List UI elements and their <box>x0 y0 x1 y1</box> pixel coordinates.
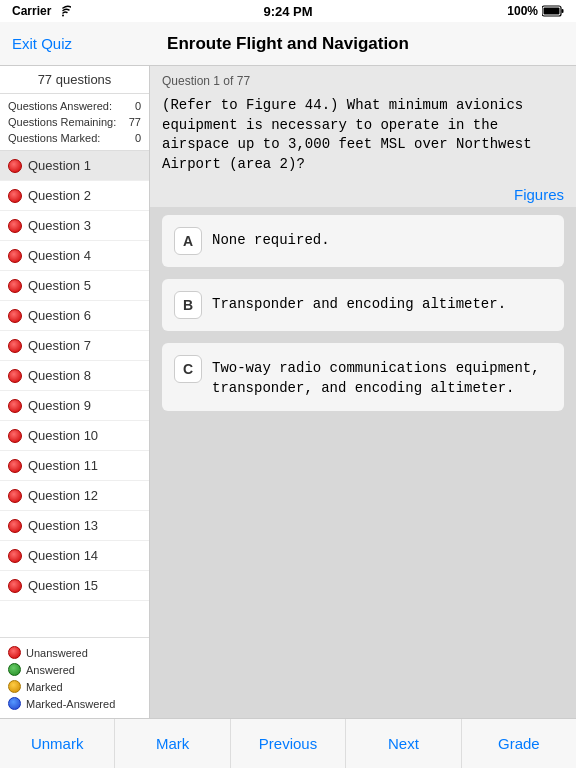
sidebar-questions-list: Question 1Question 2Question 3Question 4… <box>0 151 149 637</box>
legend-dot <box>8 697 21 710</box>
sidebar-stat-row: Questions Remaining:77 <box>8 114 141 130</box>
question-item-label: Question 15 <box>28 578 98 593</box>
question-status-indicator <box>8 399 22 413</box>
question-item-label: Question 1 <box>28 158 91 173</box>
page-title: Enroute Flight and Navigation <box>167 34 409 54</box>
next-button[interactable]: Next <box>346 719 461 768</box>
status-bar: Carrier 9:24 PM 100% <box>0 0 576 22</box>
question-status-indicator <box>8 459 22 473</box>
question-item-label: Question 10 <box>28 428 98 443</box>
sidebar-stat-row: Questions Marked:0 <box>8 130 141 146</box>
status-time: 9:24 PM <box>263 4 312 19</box>
sidebar-legend: UnansweredAnsweredMarkedMarked-Answered <box>0 637 149 718</box>
legend-label: Answered <box>26 664 75 676</box>
answer-option[interactable]: ANone required. <box>162 215 564 267</box>
figures-link[interactable]: Figures <box>150 182 576 207</box>
bottom-toolbar: UnmarkMarkPreviousNextGrade <box>0 718 576 768</box>
question-status-indicator <box>8 519 22 533</box>
question-status-indicator <box>8 339 22 353</box>
question-status-indicator <box>8 249 22 263</box>
sidebar-question-item[interactable]: Question 3 <box>0 211 149 241</box>
legend-dot <box>8 646 21 659</box>
carrier-label: Carrier <box>12 4 51 18</box>
question-item-label: Question 3 <box>28 218 91 233</box>
question-item-label: Question 5 <box>28 278 91 293</box>
answers-area: ANone required.BTransponder and encoding… <box>150 207 576 718</box>
legend-dot <box>8 680 21 693</box>
sidebar-question-item[interactable]: Question 15 <box>0 571 149 601</box>
legend-item: Answered <box>8 661 141 678</box>
question-status-indicator <box>8 219 22 233</box>
question-status-indicator <box>8 579 22 593</box>
mark-button[interactable]: Mark <box>115 719 230 768</box>
sidebar-question-item[interactable]: Question 4 <box>0 241 149 271</box>
question-item-label: Question 4 <box>28 248 91 263</box>
previous-button[interactable]: Previous <box>231 719 346 768</box>
answer-text: None required. <box>212 227 330 251</box>
question-item-label: Question 7 <box>28 338 91 353</box>
sidebar-question-item[interactable]: Question 12 <box>0 481 149 511</box>
content-area: Question 1 of 77 (Refer to Figure 44.) W… <box>150 66 576 718</box>
legend-label: Unanswered <box>26 647 88 659</box>
answer-letter: A <box>174 227 202 255</box>
answer-text: Transponder and encoding altimeter. <box>212 291 506 315</box>
question-count: 77 questions <box>0 66 149 94</box>
question-status-indicator <box>8 189 22 203</box>
svg-point-0 <box>62 15 64 17</box>
question-status-indicator <box>8 429 22 443</box>
question-status-indicator <box>8 159 22 173</box>
main-layout: 77 questions Questions Answered:0Questio… <box>0 66 576 718</box>
question-counter: Question 1 of 77 <box>150 66 576 92</box>
status-right: 100% <box>507 4 564 18</box>
answer-option[interactable]: CTwo-way radio communications equipment,… <box>162 343 564 410</box>
sidebar-question-item[interactable]: Question 5 <box>0 271 149 301</box>
wifi-icon <box>55 5 71 17</box>
sidebar-stat-row: Questions Answered:0 <box>8 98 141 114</box>
header: Exit Quiz Enroute Flight and Navigation <box>0 22 576 66</box>
question-status-indicator <box>8 489 22 503</box>
question-item-label: Question 9 <box>28 398 91 413</box>
exit-quiz-button[interactable]: Exit Quiz <box>12 35 72 52</box>
answer-letter: B <box>174 291 202 319</box>
question-text: (Refer to Figure 44.) What minimum avion… <box>150 92 576 182</box>
stat-value: 77 <box>129 116 141 128</box>
question-item-label: Question 6 <box>28 308 91 323</box>
legend-label: Marked <box>26 681 63 693</box>
unmark-button[interactable]: Unmark <box>0 719 115 768</box>
sidebar-question-item[interactable]: Question 6 <box>0 301 149 331</box>
battery-label: 100% <box>507 4 538 18</box>
question-item-label: Question 14 <box>28 548 98 563</box>
sidebar-question-item[interactable]: Question 8 <box>0 361 149 391</box>
stat-label: Questions Marked: <box>8 132 100 144</box>
grade-button[interactable]: Grade <box>462 719 576 768</box>
sidebar-question-item[interactable]: Question 1 <box>0 151 149 181</box>
sidebar-question-item[interactable]: Question 2 <box>0 181 149 211</box>
question-item-label: Question 8 <box>28 368 91 383</box>
battery-icon <box>542 5 564 17</box>
sidebar-question-item[interactable]: Question 9 <box>0 391 149 421</box>
sidebar-question-item[interactable]: Question 7 <box>0 331 149 361</box>
sidebar-question-item[interactable]: Question 10 <box>0 421 149 451</box>
answer-letter: C <box>174 355 202 383</box>
question-item-label: Question 2 <box>28 188 91 203</box>
question-status-indicator <box>8 369 22 383</box>
svg-rect-3 <box>544 8 560 15</box>
question-status-indicator <box>8 279 22 293</box>
sidebar-question-item[interactable]: Question 13 <box>0 511 149 541</box>
question-status-indicator <box>8 549 22 563</box>
legend-item: Marked-Answered <box>8 695 141 712</box>
stat-value: 0 <box>135 132 141 144</box>
stat-label: Questions Remaining: <box>8 116 116 128</box>
answer-option[interactable]: BTransponder and encoding altimeter. <box>162 279 564 331</box>
sidebar-question-item[interactable]: Question 11 <box>0 451 149 481</box>
answer-text: Two-way radio communications equipment, … <box>212 355 552 398</box>
sidebar-question-item[interactable]: Question 14 <box>0 541 149 571</box>
legend-label: Marked-Answered <box>26 698 115 710</box>
stat-value: 0 <box>135 100 141 112</box>
status-left: Carrier <box>12 4 71 18</box>
question-item-label: Question 13 <box>28 518 98 533</box>
sidebar-stats: Questions Answered:0Questions Remaining:… <box>0 94 149 151</box>
legend-dot <box>8 663 21 676</box>
sidebar: 77 questions Questions Answered:0Questio… <box>0 66 150 718</box>
question-status-indicator <box>8 309 22 323</box>
